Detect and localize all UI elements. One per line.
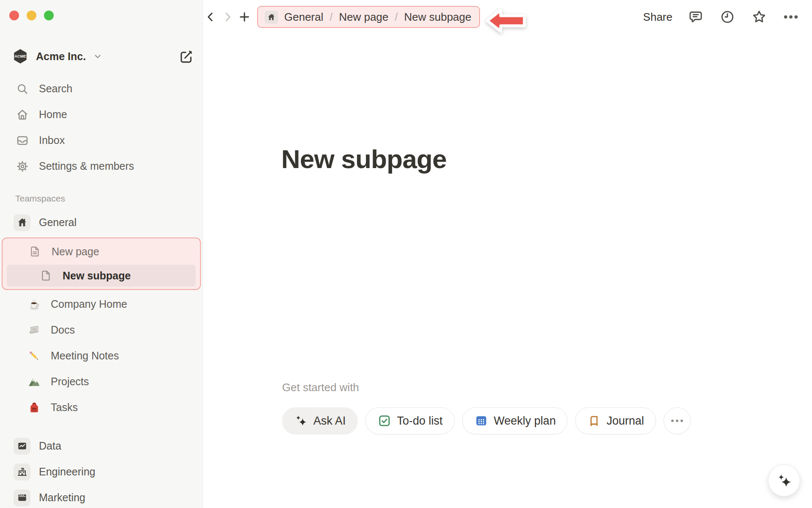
other-teamspaces: Data Engineering Marketing — [0, 433, 203, 508]
sidebar-item-new-page[interactable]: New page — [3, 239, 200, 264]
journal-book-icon — [587, 414, 601, 428]
sidebar-item-label: New subpage — [63, 270, 131, 282]
close-button[interactable] — [9, 11, 19, 20]
calendar-icon — [474, 414, 488, 428]
search-icon — [15, 82, 30, 96]
breadcrumb-home-icon — [265, 11, 278, 24]
breadcrumb-separator: / — [330, 11, 333, 23]
sidebar-item-label: Data — [39, 440, 61, 452]
sidebar-item-general[interactable]: General — [0, 210, 203, 235]
newspaper-emoji-icon — [27, 323, 41, 337]
action-label: To-do list — [397, 414, 443, 428]
breadcrumb-separator: / — [395, 11, 398, 23]
sidebar-item-docs[interactable]: Docs — [0, 317, 203, 343]
teamspaces-section-label: Teamspaces — [15, 193, 203, 204]
sidebar: ACME Acme Inc. Search Home Inbox — [0, 0, 203, 508]
sidebar-item-label: Docs — [51, 324, 75, 336]
pencil-emoji-icon — [27, 349, 41, 363]
dot-icon — [680, 420, 683, 422]
sidebar-item-label: Projects — [51, 375, 89, 388]
breadcrumb-item-new-subpage[interactable]: New subpage — [403, 11, 472, 24]
sidebar-item-company-home[interactable]: Company Home — [0, 291, 203, 317]
sidebar-item-label: Engineering — [39, 466, 95, 478]
sidebar-item-inbox[interactable]: Inbox — [0, 127, 203, 153]
back-button[interactable] — [204, 9, 217, 25]
home-icon — [15, 108, 30, 122]
breadcrumb-item-general[interactable]: General — [283, 11, 325, 24]
sidebar-item-label: Inbox — [39, 134, 65, 146]
gear-icon — [15, 159, 30, 174]
favorite-star-icon[interactable] — [751, 8, 768, 25]
main-content: General / New page / New subpage Share N… — [203, 0, 812, 508]
page-title[interactable]: New subpage — [281, 144, 447, 174]
new-page-compose-button[interactable] — [178, 49, 194, 64]
sidebar-item-label: Settings & members — [39, 160, 134, 172]
topbar-actions: Share — [643, 8, 799, 25]
general-children: Company Home Docs Meeting Notes Projects… — [0, 291, 203, 420]
ai-assistant-fab[interactable] — [768, 464, 800, 497]
svg-text:ACME: ACME — [14, 54, 26, 58]
backpack-emoji-icon — [27, 400, 41, 415]
sidebar-item-label: Meeting Notes — [51, 350, 119, 362]
zoom-button[interactable] — [44, 11, 54, 20]
building-badge-icon — [14, 464, 30, 480]
action-label: Ask AI — [313, 414, 346, 428]
page-lines-icon — [29, 245, 41, 258]
red-annotation-arrow-icon — [484, 6, 528, 36]
sidebar-item-label: Search — [39, 83, 72, 95]
sidebar-item-meeting-notes[interactable]: Meeting Notes — [0, 343, 203, 369]
sidebar-item-search[interactable]: Search — [0, 76, 203, 102]
minimize-button[interactable] — [27, 11, 36, 20]
add-page-plus-button[interactable] — [238, 9, 251, 25]
window-controls — [9, 11, 54, 20]
chevron-down-icon — [93, 52, 102, 61]
sidebar-item-projects[interactable]: Projects — [0, 369, 203, 395]
chart-badge-icon — [14, 438, 30, 455]
journal-button[interactable]: Journal — [575, 407, 656, 434]
mountain-emoji-icon — [27, 375, 41, 389]
sidebar-main-menu: Search Home Inbox Settings & members — [0, 76, 203, 179]
comments-icon[interactable] — [687, 8, 704, 25]
more-options-icon[interactable] — [782, 8, 799, 25]
forward-button[interactable] — [221, 9, 234, 25]
sidebar-item-data[interactable]: Data — [0, 433, 203, 459]
dot-icon — [671, 420, 674, 422]
action-label: Weekly plan — [494, 414, 556, 428]
breadcrumb: General / New page / New subpage — [257, 6, 480, 28]
action-label: Journal — [606, 414, 644, 428]
inbox-icon — [15, 133, 30, 148]
sidebar-item-tasks[interactable]: Tasks — [0, 395, 203, 420]
sidebar-item-label: Company Home — [51, 298, 127, 310]
dot-icon — [676, 420, 678, 422]
sidebar-item-label: Home — [39, 108, 67, 121]
history-clock-icon[interactable] — [719, 8, 736, 25]
clapper-badge-icon — [14, 489, 30, 506]
sidebar-highlight-callout: New page New subpage — [2, 237, 201, 290]
breadcrumb-item-new-page[interactable]: New page — [337, 11, 390, 24]
todo-list-button[interactable]: To-do list — [365, 407, 455, 434]
sidebar-item-label: General — [39, 216, 77, 229]
workspace-name: Acme Inc. — [36, 50, 86, 63]
sidebar-item-home[interactable]: Home — [0, 102, 203, 127]
sidebar-item-marketing[interactable]: Marketing — [0, 485, 203, 508]
workspace-logo-icon: ACME — [11, 48, 30, 65]
coffee-emoji-icon — [27, 297, 41, 312]
todo-checkbox-icon — [377, 414, 392, 428]
sidebar-item-label: Tasks — [51, 401, 78, 414]
weekly-plan-button[interactable]: Weekly plan — [462, 407, 568, 434]
sidebar-item-new-subpage-selected[interactable]: New subpage — [7, 265, 196, 287]
ask-ai-button[interactable]: Ask AI — [282, 407, 358, 434]
sidebar-item-settings[interactable]: Settings & members — [0, 153, 203, 179]
page-blank-icon — [40, 269, 52, 282]
sparkles-icon — [294, 414, 308, 428]
get-started-label: Get started with — [282, 381, 359, 394]
sparkles-icon — [775, 472, 793, 489]
history-nav — [203, 9, 251, 25]
share-button[interactable]: Share — [643, 11, 672, 24]
workspace-switcher[interactable]: ACME Acme Inc. — [11, 44, 194, 68]
more-templates-button[interactable] — [664, 407, 691, 434]
house-badge-icon — [14, 214, 30, 231]
sidebar-item-label: Marketing — [39, 491, 85, 504]
sidebar-item-label: New page — [52, 246, 99, 258]
sidebar-item-engineering[interactable]: Engineering — [0, 459, 203, 485]
